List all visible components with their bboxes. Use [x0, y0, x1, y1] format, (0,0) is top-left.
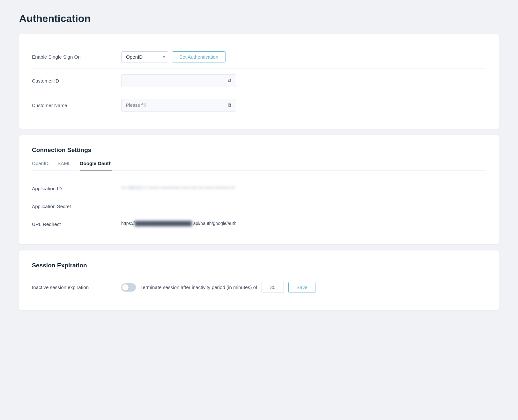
session-description: Terminate session after inactivity perio… — [140, 285, 257, 290]
application-id-value: ••• 456123 •• ••••••• ••••••••••••• ••••… — [121, 185, 486, 190]
application-secret-label: Application Secret — [32, 203, 121, 209]
connection-settings-title: Connection Settings — [32, 147, 486, 154]
session-toggle[interactable] — [121, 283, 136, 292]
url-redirect-value: https://██████████████████ api/oauth/goo… — [121, 221, 486, 226]
page-title: Authentication — [19, 13, 499, 25]
inactive-session-row: Inactive session expiration Terminate se… — [32, 276, 486, 299]
application-secret-row: Application Secret — [32, 197, 486, 215]
copy-icon[interactable]: ⧉ — [226, 77, 233, 84]
url-redirect-label: URL Redirect — [32, 221, 121, 227]
tab-google-oauth[interactable]: Google Oauth — [80, 161, 112, 170]
customer-name-label: Customer Name — [32, 103, 121, 108]
copy-icon-name[interactable]: ⧉ — [226, 102, 233, 109]
connection-settings-card: Connection Settings OpenID SAML Google O… — [19, 135, 499, 244]
sso-select-wrapper: OpenID SAML Google Oauth ▾ — [121, 51, 168, 62]
customer-name-row: Customer Name ⧉ — [32, 93, 486, 117]
toggle-knob — [122, 284, 129, 291]
sso-label: Enable Single Sign On — [32, 54, 121, 60]
customer-id-controls: ⧉ — [121, 74, 486, 87]
tab-saml[interactable]: SAML — [57, 161, 70, 170]
save-button[interactable]: Save — [288, 282, 315, 293]
tab-openid[interactable]: OpenID — [32, 161, 48, 170]
customer-id-input[interactable] — [126, 78, 226, 83]
inactive-session-label: Inactive session expiration — [32, 285, 121, 290]
sso-select[interactable]: OpenID SAML Google Oauth — [121, 51, 168, 62]
application-id-row: Application ID ••• 456123 •• ••••••• •••… — [32, 179, 486, 197]
customer-name-controls: ⧉ — [121, 99, 486, 112]
session-expiration-title: Session Expiration — [32, 262, 486, 269]
application-id-label: Application ID — [32, 185, 121, 191]
url-redirect-row: URL Redirect https://██████████████████ … — [32, 215, 486, 233]
connection-tabs: OpenID SAML Google Oauth — [32, 161, 486, 170]
customer-id-input-group: ⧉ — [121, 74, 236, 87]
customer-id-label: Customer ID — [32, 78, 121, 83]
customer-id-row: Customer ID ⧉ — [32, 69, 486, 93]
customer-name-input[interactable] — [126, 103, 226, 108]
sso-controls: OpenID SAML Google Oauth ▾ Set Authentic… — [121, 51, 486, 62]
customer-name-input-group: ⧉ — [121, 99, 236, 112]
set-authentication-button[interactable]: Set Authentication — [172, 51, 226, 62]
session-expiration-card: Session Expiration Inactive session expi… — [19, 250, 499, 310]
sso-row: Enable Single Sign On OpenID SAML Google… — [32, 46, 486, 69]
minutes-input[interactable] — [262, 282, 284, 293]
sso-card: Enable Single Sign On OpenID SAML Google… — [19, 34, 499, 129]
